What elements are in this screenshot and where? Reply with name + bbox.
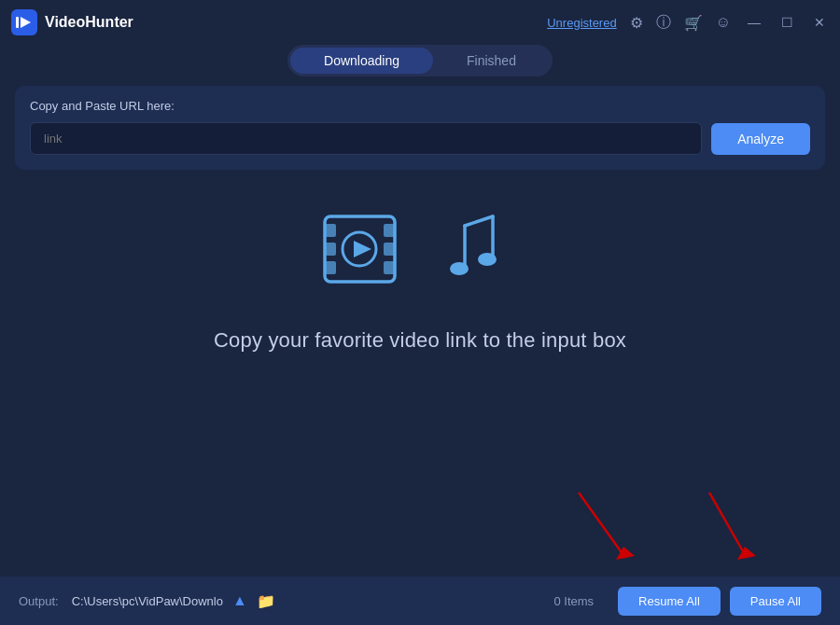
url-input[interactable] bbox=[30, 122, 702, 155]
music-icon bbox=[437, 198, 525, 300]
tab-downloading[interactable]: Downloading bbox=[290, 48, 433, 74]
svg-line-19 bbox=[709, 493, 747, 558]
url-input-row: Analyze bbox=[30, 122, 810, 155]
url-label: Copy and Paste URL here: bbox=[30, 99, 810, 113]
output-label: Output: bbox=[19, 594, 59, 608]
url-section: Copy and Paste URL here: Analyze bbox=[15, 86, 825, 170]
minimize-button[interactable]: — bbox=[744, 13, 764, 32]
empty-state-text: Copy your favorite video link to the inp… bbox=[214, 328, 626, 353]
pause-all-button[interactable]: Pause All bbox=[730, 587, 821, 616]
title-bar: VideoHunter Unregistered ⚙ ⓘ 🛒 ☺ — ☐ ✕ bbox=[0, 0, 840, 45]
footer: Output: C:\Users\pc\VidPaw\Downlo ▲ 📁 0 … bbox=[0, 576, 840, 625]
resume-all-button[interactable]: Resume All bbox=[618, 587, 721, 616]
svg-rect-9 bbox=[384, 261, 395, 274]
unregistered-link[interactable]: Unregistered bbox=[547, 16, 616, 30]
main-content: Copy your favorite video link to the inp… bbox=[0, 170, 840, 371]
svg-rect-5 bbox=[325, 243, 336, 256]
maximize-button[interactable]: ☐ bbox=[777, 13, 797, 32]
upload-icon[interactable]: ▲ bbox=[232, 592, 247, 609]
app-name: VideoHunter bbox=[45, 14, 133, 31]
title-right-area: Unregistered ⚙ ⓘ 🛒 ☺ — ☐ ✕ bbox=[547, 13, 829, 33]
app-brand: VideoHunter bbox=[11, 9, 133, 35]
analyze-button[interactable]: Analyze bbox=[711, 123, 810, 155]
svg-marker-18 bbox=[616, 547, 635, 560]
svg-line-16 bbox=[465, 216, 493, 226]
app-logo-icon bbox=[11, 9, 37, 35]
items-count: 0 Items bbox=[553, 594, 594, 608]
svg-rect-2 bbox=[16, 17, 19, 28]
tab-finished[interactable]: Finished bbox=[433, 48, 550, 74]
close-button[interactable]: ✕ bbox=[810, 13, 829, 32]
svg-rect-4 bbox=[325, 224, 336, 237]
output-path: C:\Users\pc\VidPaw\Downlo bbox=[72, 594, 223, 608]
folder-icon[interactable]: 📁 bbox=[257, 592, 275, 610]
svg-rect-6 bbox=[325, 261, 336, 274]
svg-marker-20 bbox=[737, 547, 756, 560]
settings-icon[interactable]: ⚙ bbox=[630, 14, 643, 32]
svg-point-13 bbox=[450, 262, 469, 275]
arrows-overlay bbox=[0, 483, 840, 576]
face-icon[interactable]: ☺ bbox=[716, 14, 731, 31]
svg-line-17 bbox=[579, 493, 625, 558]
svg-rect-8 bbox=[384, 243, 395, 256]
svg-rect-7 bbox=[384, 224, 395, 237]
tab-bar: Downloading Finished bbox=[0, 45, 840, 86]
cart-icon[interactable]: 🛒 bbox=[684, 14, 703, 32]
film-icon bbox=[315, 198, 418, 300]
media-icons bbox=[315, 198, 525, 300]
tab-container: Downloading Finished bbox=[287, 45, 553, 76]
svg-marker-11 bbox=[354, 241, 371, 257]
svg-point-15 bbox=[478, 253, 497, 266]
info-icon[interactable]: ⓘ bbox=[656, 13, 671, 33]
